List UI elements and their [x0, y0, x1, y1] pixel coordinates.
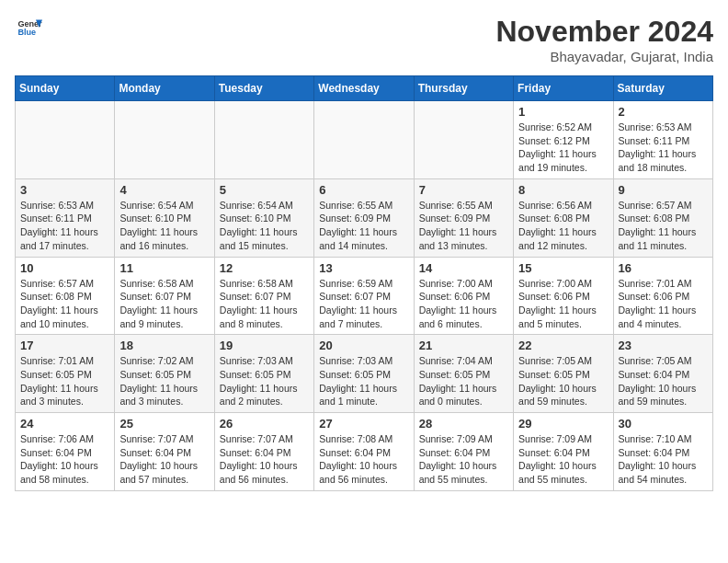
- table-cell: 5Sunrise: 6:54 AM Sunset: 6:10 PM Daylig…: [214, 178, 313, 257]
- calendar-table: Sunday Monday Tuesday Wednesday Thursday…: [15, 75, 713, 491]
- day-number: 22: [518, 339, 608, 352]
- table-cell: 28Sunrise: 7:09 AM Sunset: 6:04 PM Dayli…: [414, 413, 513, 491]
- day-info: Sunrise: 6:56 AM Sunset: 6:08 PM Dayligh…: [518, 199, 608, 253]
- table-cell: 15Sunrise: 7:00 AM Sunset: 6:06 PM Dayli…: [514, 257, 613, 335]
- day-info: Sunrise: 7:00 AM Sunset: 6:06 PM Dayligh…: [419, 277, 508, 331]
- day-info: Sunrise: 7:01 AM Sunset: 6:06 PM Dayligh…: [619, 277, 708, 331]
- day-info: Sunrise: 6:54 AM Sunset: 6:10 PM Dayligh…: [220, 199, 309, 253]
- svg-text:Blue: Blue: [17, 28, 36, 37]
- col-friday: Friday: [514, 76, 613, 101]
- table-cell: 29Sunrise: 7:09 AM Sunset: 6:04 PM Dayli…: [514, 413, 613, 491]
- day-info: Sunrise: 7:04 AM Sunset: 6:05 PM Dayligh…: [419, 354, 508, 408]
- day-info: Sunrise: 6:53 AM Sunset: 6:11 PM Dayligh…: [619, 121, 708, 175]
- table-cell: 23Sunrise: 7:05 AM Sunset: 6:04 PM Dayli…: [613, 335, 712, 413]
- logo: General Blue: [15, 15, 42, 40]
- day-info: Sunrise: 6:57 AM Sunset: 6:08 PM Dayligh…: [20, 277, 109, 331]
- day-number: 6: [319, 183, 408, 197]
- table-cell: 22Sunrise: 7:05 AM Sunset: 6:05 PM Dayli…: [514, 335, 613, 413]
- table-cell: 27Sunrise: 7:08 AM Sunset: 6:04 PM Dayli…: [314, 413, 414, 491]
- week-row-4: 17Sunrise: 7:01 AM Sunset: 6:05 PM Dayli…: [16, 335, 713, 413]
- table-cell: 19Sunrise: 7:03 AM Sunset: 6:05 PM Dayli…: [214, 335, 313, 413]
- table-cell: 21Sunrise: 7:04 AM Sunset: 6:05 PM Dayli…: [414, 335, 513, 413]
- day-info: Sunrise: 6:54 AM Sunset: 6:10 PM Dayligh…: [119, 199, 209, 253]
- table-cell: 9Sunrise: 6:57 AM Sunset: 6:08 PM Daylig…: [613, 178, 712, 257]
- day-info: Sunrise: 7:03 AM Sunset: 6:05 PM Dayligh…: [319, 354, 408, 408]
- day-number: 30: [619, 417, 708, 431]
- day-number: 28: [419, 417, 508, 431]
- day-number: 18: [119, 339, 209, 352]
- day-info: Sunrise: 6:57 AM Sunset: 6:08 PM Dayligh…: [619, 199, 708, 253]
- day-info: Sunrise: 6:58 AM Sunset: 6:07 PM Dayligh…: [220, 277, 309, 331]
- table-cell: 20Sunrise: 7:03 AM Sunset: 6:05 PM Dayli…: [314, 335, 414, 413]
- table-cell: 11Sunrise: 6:58 AM Sunset: 6:07 PM Dayli…: [115, 257, 214, 335]
- table-cell: 14Sunrise: 7:00 AM Sunset: 6:06 PM Dayli…: [414, 257, 513, 335]
- day-info: Sunrise: 6:58 AM Sunset: 6:07 PM Dayligh…: [119, 277, 209, 331]
- day-info: Sunrise: 7:09 AM Sunset: 6:04 PM Dayligh…: [518, 432, 608, 487]
- day-info: Sunrise: 7:08 AM Sunset: 6:04 PM Dayligh…: [319, 432, 408, 487]
- day-number: 26: [220, 417, 309, 431]
- day-info: Sunrise: 7:10 AM Sunset: 6:04 PM Dayligh…: [619, 432, 708, 487]
- col-wednesday: Wednesday: [314, 76, 414, 101]
- day-number: 10: [20, 261, 109, 275]
- day-number: 19: [220, 339, 309, 352]
- table-cell: 12Sunrise: 6:58 AM Sunset: 6:07 PM Dayli…: [214, 257, 313, 335]
- table-cell: 17Sunrise: 7:01 AM Sunset: 6:05 PM Dayli…: [16, 335, 115, 413]
- table-cell: 24Sunrise: 7:06 AM Sunset: 6:04 PM Dayli…: [16, 413, 115, 491]
- day-info: Sunrise: 7:05 AM Sunset: 6:05 PM Dayligh…: [518, 354, 608, 408]
- day-number: 13: [319, 261, 408, 275]
- table-cell: 7Sunrise: 6:55 AM Sunset: 6:09 PM Daylig…: [414, 178, 513, 257]
- day-number: 11: [119, 261, 209, 275]
- table-cell: 13Sunrise: 6:59 AM Sunset: 6:07 PM Dayli…: [314, 257, 414, 335]
- day-number: 16: [619, 261, 708, 275]
- table-cell: [16, 101, 115, 179]
- table-cell: 1Sunrise: 6:52 AM Sunset: 6:12 PM Daylig…: [514, 101, 613, 179]
- day-number: 4: [119, 183, 209, 197]
- col-monday: Monday: [115, 76, 214, 101]
- day-number: 1: [518, 105, 608, 119]
- day-info: Sunrise: 6:59 AM Sunset: 6:07 PM Dayligh…: [319, 277, 408, 331]
- table-cell: 26Sunrise: 7:07 AM Sunset: 6:04 PM Dayli…: [214, 413, 313, 491]
- table-cell: 18Sunrise: 7:02 AM Sunset: 6:05 PM Dayli…: [115, 335, 214, 413]
- col-thursday: Thursday: [414, 76, 513, 101]
- table-cell: [314, 101, 414, 179]
- day-number: 9: [619, 183, 708, 197]
- day-number: 5: [220, 183, 309, 197]
- day-number: 7: [419, 183, 508, 197]
- col-tuesday: Tuesday: [214, 76, 313, 101]
- page-header: General Blue November 2024 Bhayavadar, G…: [15, 15, 713, 64]
- table-cell: 3Sunrise: 6:53 AM Sunset: 6:11 PM Daylig…: [16, 178, 115, 257]
- day-number: 23: [619, 339, 708, 352]
- table-cell: 25Sunrise: 7:07 AM Sunset: 6:04 PM Dayli…: [115, 413, 214, 491]
- week-row-1: 1Sunrise: 6:52 AM Sunset: 6:12 PM Daylig…: [16, 101, 713, 179]
- day-info: Sunrise: 7:05 AM Sunset: 6:04 PM Dayligh…: [619, 354, 708, 408]
- day-info: Sunrise: 7:07 AM Sunset: 6:04 PM Dayligh…: [220, 432, 309, 487]
- table-cell: [414, 101, 513, 179]
- table-cell: 10Sunrise: 6:57 AM Sunset: 6:08 PM Dayli…: [16, 257, 115, 335]
- col-saturday: Saturday: [613, 76, 712, 101]
- day-info: Sunrise: 7:02 AM Sunset: 6:05 PM Dayligh…: [119, 354, 209, 408]
- table-cell: 6Sunrise: 6:55 AM Sunset: 6:09 PM Daylig…: [314, 178, 414, 257]
- month-title: November 2024: [495, 15, 713, 49]
- logo-icon: General Blue: [17, 15, 42, 40]
- day-info: Sunrise: 7:07 AM Sunset: 6:04 PM Dayligh…: [119, 432, 209, 487]
- day-info: Sunrise: 6:55 AM Sunset: 6:09 PM Dayligh…: [419, 199, 508, 253]
- day-number: 17: [20, 339, 109, 352]
- table-cell: 4Sunrise: 6:54 AM Sunset: 6:10 PM Daylig…: [115, 178, 214, 257]
- day-info: Sunrise: 6:53 AM Sunset: 6:11 PM Dayligh…: [20, 199, 109, 253]
- day-number: 29: [518, 417, 608, 431]
- calendar-header-row: Sunday Monday Tuesday Wednesday Thursday…: [16, 76, 713, 101]
- day-info: Sunrise: 6:55 AM Sunset: 6:09 PM Dayligh…: [319, 199, 408, 253]
- week-row-5: 24Sunrise: 7:06 AM Sunset: 6:04 PM Dayli…: [16, 413, 713, 491]
- day-number: 25: [119, 417, 209, 431]
- day-info: Sunrise: 6:52 AM Sunset: 6:12 PM Dayligh…: [518, 121, 608, 175]
- day-info: Sunrise: 7:09 AM Sunset: 6:04 PM Dayligh…: [419, 432, 508, 487]
- location: Bhayavadar, Gujarat, India: [495, 49, 713, 64]
- week-row-3: 10Sunrise: 6:57 AM Sunset: 6:08 PM Dayli…: [16, 257, 713, 335]
- day-number: 14: [419, 261, 508, 275]
- day-number: 20: [319, 339, 408, 352]
- day-number: 3: [20, 183, 109, 197]
- table-cell: [214, 101, 313, 179]
- day-number: 21: [419, 339, 508, 352]
- table-cell: [115, 101, 214, 179]
- day-info: Sunrise: 7:06 AM Sunset: 6:04 PM Dayligh…: [20, 432, 109, 487]
